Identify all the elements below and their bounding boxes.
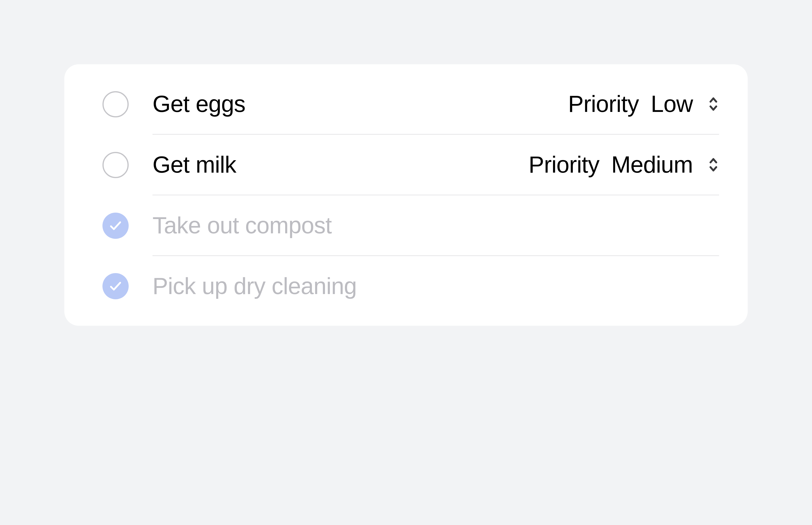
todo-card: Get eggsPriorityLowGet milkPriorityMediu…: [64, 64, 748, 326]
priority-picker[interactable]: PriorityLow: [568, 90, 719, 117]
todo-row: Get eggsPriorityLow: [64, 74, 748, 135]
todo-checkbox[interactable]: [102, 152, 129, 178]
todo-row: Take out compost: [64, 195, 748, 256]
chevron-up-down-icon: [708, 156, 719, 173]
todo-row: Pick up dry cleaning: [64, 256, 748, 316]
priority-value: Low: [651, 90, 693, 117]
priority-label: Priority: [529, 151, 599, 178]
checkmark-icon: [108, 279, 122, 293]
priority-label: Priority: [568, 90, 639, 117]
priority-value: Medium: [611, 151, 693, 178]
todo-title: Get milk: [153, 151, 236, 178]
todo-checkbox[interactable]: [102, 273, 129, 299]
todo-checkbox[interactable]: [102, 213, 129, 239]
todo-title: Take out compost: [153, 212, 332, 239]
todo-title: Pick up dry cleaning: [153, 273, 357, 300]
checkmark-icon: [108, 219, 122, 232]
todo-row: Get milkPriorityMedium: [64, 135, 748, 195]
priority-picker[interactable]: PriorityMedium: [529, 151, 719, 178]
chevron-up-down-icon: [708, 95, 719, 112]
todo-checkbox[interactable]: [102, 91, 129, 117]
todo-title: Get eggs: [153, 90, 245, 117]
